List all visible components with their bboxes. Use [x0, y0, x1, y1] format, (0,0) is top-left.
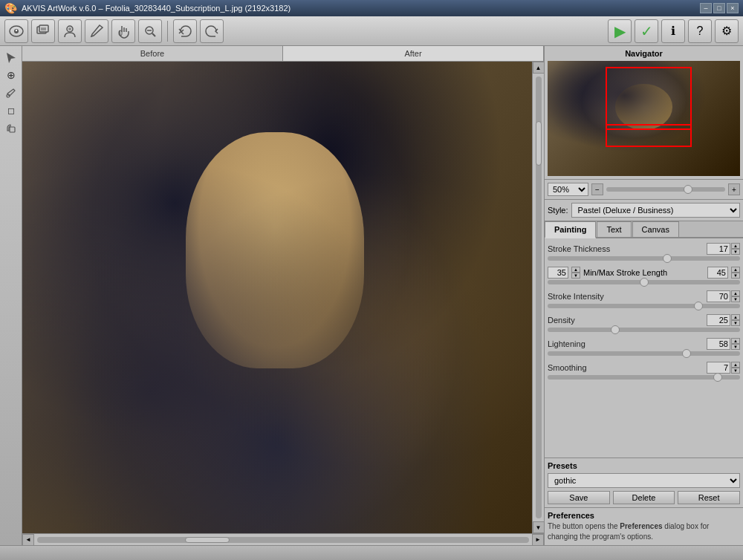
- smoothing-spin: ▲ ▼: [731, 362, 740, 374]
- profile-button[interactable]: [58, 19, 82, 43]
- hscroll-thumb[interactable]: [185, 537, 230, 543]
- stroke-intensity-slider[interactable]: [548, 304, 740, 308]
- after-tab[interactable]: After: [283, 46, 544, 61]
- lightening-thumb[interactable]: [682, 349, 691, 358]
- stroke-intensity-down[interactable]: ▼: [731, 296, 740, 302]
- vscroll-thumb[interactable]: [536, 121, 542, 166]
- min-stroke-spin: ▲ ▼: [571, 267, 580, 279]
- minmax-stroke-slider[interactable]: [548, 280, 740, 284]
- eraser-tool[interactable]: ◻: [3, 102, 19, 119]
- close-button[interactable]: ×: [727, 3, 739, 13]
- brush-button[interactable]: [85, 19, 108, 43]
- redo-button[interactable]: [200, 19, 224, 43]
- titlebar-controls: – □ ×: [700, 3, 739, 13]
- vertical-scrollbar: ▲ ▼: [532, 62, 544, 533]
- preferences-button[interactable]: ⚙: [715, 19, 739, 43]
- stroke-thickness-thumb[interactable]: [663, 254, 672, 263]
- density-input[interactable]: [707, 314, 730, 326]
- minmax-stroke-thumb[interactable]: [640, 278, 649, 287]
- density-label-row: Density ▲ ▼: [548, 314, 740, 326]
- clone-tool[interactable]: [3, 120, 19, 137]
- apply-button[interactable]: ✓: [635, 19, 658, 43]
- open-button[interactable]: [4, 19, 28, 43]
- min-stroke-down[interactable]: ▼: [571, 273, 580, 279]
- zoom-select[interactable]: 50% 25% 75% 100% 200%: [548, 183, 588, 196]
- zoom-slider-track[interactable]: [606, 187, 725, 192]
- reset-preset-button[interactable]: Reset: [678, 491, 740, 504]
- lightening-up[interactable]: ▲: [731, 338, 740, 344]
- max-stroke-down[interactable]: ▼: [731, 273, 740, 279]
- hand-icon: [116, 24, 131, 39]
- run-button[interactable]: ▶: [608, 19, 632, 43]
- zoom-out-btn[interactable]: −: [591, 183, 603, 195]
- hscroll-left-button[interactable]: ◄: [22, 534, 34, 546]
- stroke-intensity-row: Stroke Intensity ▲ ▼: [548, 290, 740, 308]
- smoothing-input[interactable]: [707, 362, 730, 374]
- zoom-in-btn[interactable]: +: [728, 183, 740, 195]
- hand-button[interactable]: [111, 19, 135, 43]
- stroke-intensity-up[interactable]: ▲: [731, 290, 740, 296]
- toolbar-separator-1: [167, 21, 168, 42]
- lightening-input[interactable]: [707, 338, 730, 350]
- style-select[interactable]: Pastel (Deluxe / Business) Oil Watercolo…: [571, 203, 740, 218]
- canvas-tabs: Before After: [22, 46, 544, 62]
- smoothing-slider[interactable]: [548, 375, 740, 380]
- vscroll-down-button[interactable]: ▼: [533, 521, 545, 533]
- lightening-slider[interactable]: [548, 351, 740, 356]
- min-stroke-input[interactable]: [548, 267, 568, 279]
- max-stroke-input[interactable]: [707, 267, 728, 279]
- undo-button[interactable]: [173, 19, 197, 43]
- batch-button[interactable]: [31, 19, 55, 43]
- svg-rect-14: [10, 127, 15, 132]
- density-slider[interactable]: [548, 328, 740, 332]
- density-thumb[interactable]: [611, 325, 620, 334]
- lightening-spin: ▲ ▼: [731, 338, 740, 350]
- density-up[interactable]: ▲: [731, 314, 740, 320]
- vscroll-up-button[interactable]: ▲: [533, 62, 545, 74]
- restore-button[interactable]: □: [713, 3, 725, 13]
- canvas-container[interactable]: [22, 62, 532, 533]
- hscroll-right-button[interactable]: ►: [532, 534, 544, 546]
- tab-canvas[interactable]: Canvas: [632, 221, 679, 237]
- max-stroke-up[interactable]: ▲: [731, 267, 740, 273]
- density-down[interactable]: ▼: [731, 320, 740, 326]
- stroke-intensity-thumb[interactable]: [694, 302, 703, 310]
- delete-preset-button[interactable]: Delete: [613, 491, 675, 504]
- smoothing-thumb[interactable]: [713, 373, 722, 382]
- navigator-preview[interactable]: [548, 61, 740, 176]
- vscroll-track[interactable]: [536, 76, 542, 518]
- pointer-tool[interactable]: [3, 49, 19, 65]
- smoothing-up[interactable]: ▲: [731, 362, 740, 368]
- stroke-thickness-slider[interactable]: [548, 256, 740, 261]
- crop-tool[interactable]: ⊕: [3, 67, 19, 83]
- minimize-button[interactable]: –: [700, 3, 712, 13]
- navigator-section: Navigator: [545, 46, 743, 180]
- stroke-thickness-input[interactable]: [707, 243, 730, 255]
- tab-painting[interactable]: Painting: [545, 221, 596, 238]
- presets-select[interactable]: gothic classic impressionist modern: [548, 473, 740, 488]
- stroke-thickness-down[interactable]: ▼: [731, 249, 740, 255]
- info-button[interactable]: ℹ: [661, 19, 685, 43]
- eyedropper-tool[interactable]: [3, 85, 19, 101]
- min-stroke-up[interactable]: ▲: [571, 267, 580, 273]
- lightening-down[interactable]: ▼: [731, 344, 740, 350]
- navigator-title: Navigator: [548, 49, 740, 58]
- lightening-label: Lightening: [548, 339, 585, 348]
- smoothing-down[interactable]: ▼: [731, 368, 740, 374]
- preferences-text: The button opens the Preferences dialog …: [548, 521, 740, 542]
- density-row: Density ▲ ▼: [548, 314, 740, 332]
- before-tab[interactable]: Before: [22, 46, 283, 61]
- stroke-thickness-up[interactable]: ▲: [731, 243, 740, 249]
- help-button[interactable]: ?: [688, 19, 712, 43]
- zoom-out-button[interactable]: [138, 19, 162, 43]
- undo-icon: [178, 24, 192, 39]
- stroke-intensity-input[interactable]: [707, 290, 730, 302]
- save-preset-button[interactable]: Save: [548, 491, 610, 504]
- style-label: Style:: [548, 206, 568, 215]
- tab-text[interactable]: Text: [597, 221, 631, 237]
- lightening-value-box: ▲ ▼: [707, 338, 740, 350]
- density-label: Density: [548, 316, 575, 325]
- zoom-slider-thumb[interactable]: [684, 185, 692, 194]
- hscroll-track[interactable]: [37, 537, 529, 543]
- svg-point-8: [68, 27, 71, 30]
